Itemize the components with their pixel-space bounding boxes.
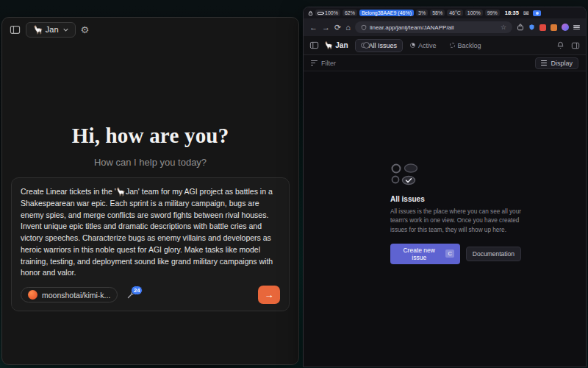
view-tabs: All Issues Active Backlog xyxy=(355,39,487,52)
send-button[interactable]: → xyxy=(258,286,280,304)
tools-count-badge: 24 xyxy=(131,286,143,295)
lock-icon[interactable] xyxy=(308,10,313,16)
linear-sidebar-toggle-icon[interactable] xyxy=(309,41,319,49)
backlog-status-icon xyxy=(450,43,455,48)
issues-list-area: All issues All issues is the place where… xyxy=(304,71,586,367)
cpu-indicator[interactable]: 3% xyxy=(416,10,428,16)
forward-icon[interactable]: → xyxy=(322,24,330,32)
documentation-button[interactable]: Documentation xyxy=(466,247,521,261)
linear-header-actions xyxy=(556,39,580,52)
chat-main: Hi, how are you? How can I help you toda… xyxy=(2,124,298,311)
extension-icon[interactable] xyxy=(551,24,557,31)
send-arrow-icon: → xyxy=(265,289,274,300)
model-provider-icon xyxy=(28,290,37,300)
power-indicator[interactable]: 99% xyxy=(485,10,500,16)
reload-icon[interactable]: ⟳ xyxy=(334,24,341,32)
tab-active[interactable]: Active xyxy=(404,39,442,52)
system-tray: 100% 62% Belong38AAE9 (46%) 3% 58% 46°C … xyxy=(304,7,586,18)
gear-icon[interactable]: ⚙ xyxy=(81,25,90,35)
chat-app-window: 🦙 Jan ⚙ Hi, how are you? How can I help … xyxy=(1,17,299,365)
browser-navbar: ← → ⟳ ⌂ linear.app/janij/team/JANAPP/all… xyxy=(304,18,586,36)
battery-icon xyxy=(318,12,323,15)
menu-icon[interactable] xyxy=(573,25,580,30)
temperature-indicator[interactable]: 46°C xyxy=(447,10,463,16)
extensions-icon[interactable] xyxy=(517,24,524,31)
shield-icon xyxy=(361,24,367,31)
address-bar[interactable]: linear.app/janij/team/JANAPP/all ☆ xyxy=(355,21,512,33)
model-name: moonshotai/kimi-k... xyxy=(42,291,110,300)
active-status-icon xyxy=(410,43,415,48)
filter-button[interactable]: Filter xyxy=(311,60,336,67)
shield-extension-icon[interactable] xyxy=(528,24,535,31)
sidebar-toggle-icon[interactable] xyxy=(10,25,21,35)
message-input[interactable]: Create Linear tickets in the '🦙Jan' team… xyxy=(21,186,280,279)
adblock-icon[interactable] xyxy=(539,24,546,31)
filter-bar: Filter Display xyxy=(304,55,586,71)
chat-topbar: 🦙 Jan ⚙ xyxy=(2,18,298,41)
team-name[interactable]: 🦙 Jan xyxy=(324,41,348,49)
assistant-name: 🦙 Jan xyxy=(33,25,59,35)
clock[interactable]: 18:35 xyxy=(505,10,519,16)
desktop: 🦙 Jan ⚙ Hi, how are you? How can I help … xyxy=(0,0,588,368)
composer-toolbar: moonshotai/kimi-k... 24 → xyxy=(21,286,280,304)
side-panel-icon[interactable] xyxy=(571,39,580,52)
browser-window: 100% 62% Belong38AAE9 (46%) 3% 58% 46°C … xyxy=(303,7,587,367)
assistant-selector[interactable]: 🦙 Jan xyxy=(26,22,76,38)
back-icon[interactable]: ← xyxy=(309,24,318,32)
chevron-down-icon xyxy=(63,28,68,32)
battery-indicator[interactable]: 100% xyxy=(315,10,340,16)
profile-avatar[interactable] xyxy=(562,24,569,31)
network-indicator[interactable]: Belong38AAE9 (46%) xyxy=(359,10,414,16)
notifications-bell-icon[interactable] xyxy=(556,39,564,52)
url-text: linear.app/janij/team/JANAPP/all xyxy=(370,24,498,31)
home-icon[interactable]: ⌂ xyxy=(345,24,351,32)
tab-all-issues[interactable]: All Issues xyxy=(355,39,404,52)
volume-indicator[interactable]: 62% xyxy=(343,10,357,16)
empty-state-description: All issues is the place where you can se… xyxy=(390,208,521,235)
greeting-heading: Hi, how are you? xyxy=(2,124,298,148)
linear-header: 🦙 Jan All Issues Active Backlog xyxy=(304,36,586,55)
issue-status-illustration xyxy=(390,163,421,185)
shortcut-key-badge: C xyxy=(445,250,453,258)
empty-state: All issues All issues is the place where… xyxy=(390,163,521,264)
mail-icon[interactable]: ✉ xyxy=(523,10,529,17)
create-new-issue-button[interactable]: Create new issue C xyxy=(390,244,460,264)
composer: Create Linear tickets in the '🦙Jan' team… xyxy=(11,177,290,311)
tools-button[interactable]: 24 xyxy=(126,290,136,300)
bookmark-star-icon[interactable]: ☆ xyxy=(501,24,506,31)
camera-icon[interactable] xyxy=(533,10,541,16)
display-button[interactable]: Display xyxy=(535,57,578,69)
empty-state-actions: Create new issue C Documentation xyxy=(390,244,521,264)
empty-state-title: All issues xyxy=(390,195,521,203)
model-selector[interactable]: moonshotai/kimi-k... xyxy=(21,287,118,302)
greeting-subtitle: How can I help you today? xyxy=(2,157,298,168)
memory-indicator[interactable]: 58% xyxy=(430,10,445,16)
disk-indicator[interactable]: 100% xyxy=(465,10,483,16)
sliders-icon xyxy=(541,60,547,66)
tab-backlog[interactable]: Backlog xyxy=(444,39,487,52)
filter-icon xyxy=(311,60,318,66)
all-issues-icon xyxy=(361,43,366,48)
